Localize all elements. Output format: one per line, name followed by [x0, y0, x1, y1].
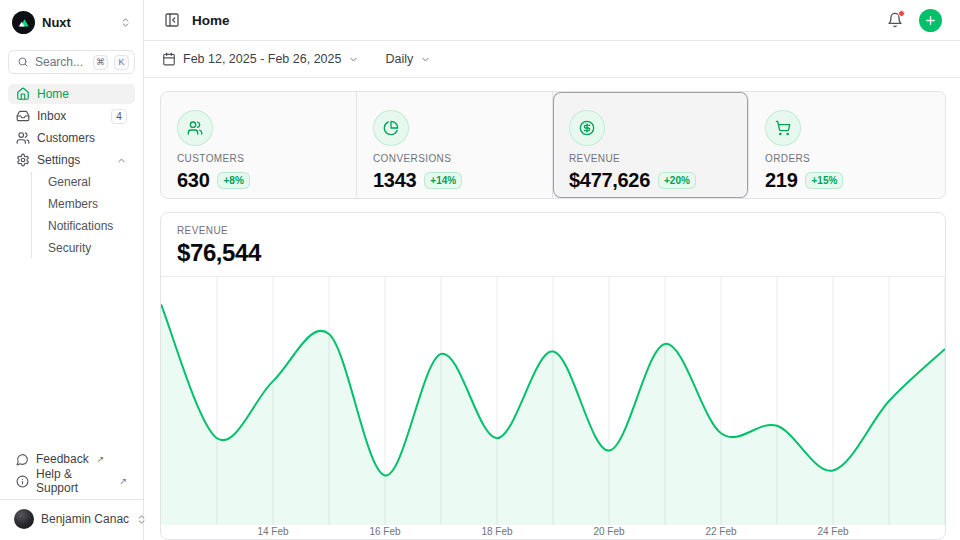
add-button[interactable]: [919, 9, 942, 32]
x-tick-label: 16 Feb: [369, 526, 400, 537]
kbd-k: K: [114, 55, 129, 70]
user-name: Benjamin Canac: [41, 512, 129, 526]
stat-label: CUSTOMERS: [177, 153, 340, 164]
sidebar-item-label: Notifications: [48, 219, 113, 233]
sidebar-item-label: Customers: [37, 131, 127, 145]
stat-card-conversions[interactable]: CONVERSIONS 1343 +14%: [357, 92, 553, 198]
sidebar-nav: Home Inbox 4 Customers Settings: [8, 84, 135, 449]
sidebar-item-general[interactable]: General: [44, 172, 135, 192]
sidebar-item-notifications[interactable]: Notifications: [44, 216, 135, 236]
x-tick-label: 24 Feb: [817, 526, 848, 537]
area-chart: [161, 277, 945, 525]
chart-metric-value: $76,544: [177, 239, 929, 267]
cart-icon: [765, 110, 801, 146]
revenue-chart-plot[interactable]: [161, 277, 945, 525]
workspace-name: Nuxt: [42, 15, 113, 30]
sidebar-item-inbox[interactable]: Inbox 4: [8, 106, 135, 126]
stat-label: ORDERS: [765, 153, 929, 164]
sidebar-item-label: General: [48, 175, 91, 189]
help-support-link[interactable]: Help & Support ↗: [8, 471, 135, 491]
stat-delta-badge: +15%: [805, 172, 843, 189]
workspace-switcher[interactable]: Nuxt: [8, 8, 135, 36]
x-axis: 14 Feb16 Feb18 Feb20 Feb22 Feb24 Feb: [161, 525, 945, 538]
search-input[interactable]: [35, 55, 87, 69]
chevron-up-icon: [116, 155, 127, 166]
sidebar-divider: [0, 499, 143, 500]
plus-icon: [924, 14, 937, 27]
app-root: Nuxt ⌘ K Home Inbo: [0, 0, 960, 540]
nuxt-logo-icon: [12, 11, 35, 34]
help-support-label: Help & Support: [36, 467, 111, 495]
date-range-label: Feb 12, 2025 - Feb 26, 2025: [183, 52, 341, 66]
x-tick-label: 22 Feb: [705, 526, 736, 537]
kbd-cmd: ⌘: [93, 55, 108, 70]
avatar: [14, 509, 34, 529]
search-bar[interactable]: ⌘ K: [8, 50, 135, 74]
sidebar-item-label: Members: [48, 197, 98, 211]
sidebar-item-customers[interactable]: Customers: [8, 128, 135, 148]
circle-dollar-icon: [569, 110, 605, 146]
search-icon: [17, 56, 29, 68]
users-icon: [16, 131, 30, 145]
stat-value: 219: [765, 169, 797, 192]
period-select[interactable]: Daily: [385, 52, 431, 66]
x-tick-label: 20 Feb: [593, 526, 624, 537]
x-tick-label: 18 Feb: [481, 526, 512, 537]
calendar-icon: [162, 52, 176, 66]
house-icon: [16, 87, 30, 101]
external-link-icon: ↗: [119, 476, 127, 486]
chart-metric-label: REVENUE: [177, 225, 929, 236]
sidebar-item-label: Settings: [37, 153, 109, 167]
sidebar: Nuxt ⌘ K Home Inbo: [0, 0, 144, 540]
sidebar-item-security[interactable]: Security: [44, 238, 135, 258]
pie-chart-icon: [373, 110, 409, 146]
sidebar-item-label: Security: [48, 241, 91, 255]
sidebar-footer: Feedback ↗ Help & Support ↗ Benjamin Can…: [8, 449, 135, 532]
date-range-picker[interactable]: Feb 12, 2025 - Feb 26, 2025: [162, 52, 359, 66]
chevron-down-icon: [420, 54, 431, 65]
sidebar-item-settings[interactable]: Settings: [8, 150, 135, 170]
info-icon: [16, 475, 29, 488]
page-header: Home: [144, 0, 960, 41]
filters-toolbar: Feb 12, 2025 - Feb 26, 2025 Daily: [144, 41, 960, 78]
sidebar-item-members[interactable]: Members: [44, 194, 135, 214]
stat-label: REVENUE: [569, 153, 732, 164]
feedback-link[interactable]: Feedback ↗: [8, 449, 135, 469]
stat-card-revenue[interactable]: REVENUE $477,626 +20%: [553, 92, 749, 198]
chevrons-up-down-icon: [120, 17, 131, 28]
stat-delta-badge: +20%: [658, 172, 696, 189]
external-link-icon: ↗: [97, 454, 105, 464]
x-tick-label: 14 Feb: [257, 526, 288, 537]
revenue-chart-card: REVENUE $76,544 14 Feb16 Feb18 Feb20 Feb…: [160, 212, 946, 540]
chart-header: REVENUE $76,544: [161, 213, 945, 277]
period-label: Daily: [385, 52, 413, 66]
users-icon: [177, 110, 213, 146]
panel-left-close-icon: [164, 12, 180, 28]
stats-cards: CUSTOMERS 630 +8% CONVERSIONS 1343 +14%: [160, 91, 946, 199]
stat-delta-badge: +8%: [217, 172, 249, 189]
stat-card-orders[interactable]: ORDERS 219 +15%: [749, 92, 945, 198]
page-title: Home: [192, 13, 875, 28]
settings-subnav: General Members Notifications Security: [31, 172, 135, 258]
main-area: Home Feb 12, 2025 - Feb 26, 2025 Daily: [144, 0, 960, 540]
sidebar-collapse-button[interactable]: [162, 10, 182, 30]
stat-delta-badge: +14%: [424, 172, 462, 189]
stat-value: 630: [177, 169, 209, 192]
sidebar-item-home[interactable]: Home: [8, 84, 135, 104]
notification-dot: [898, 10, 905, 17]
sidebar-item-label: Inbox: [37, 109, 104, 123]
user-menu[interactable]: Benjamin Canac: [8, 506, 135, 532]
stat-card-customers[interactable]: CUSTOMERS 630 +8%: [161, 92, 357, 198]
gear-icon: [16, 153, 30, 167]
inbox-count-badge: 4: [111, 109, 127, 124]
notifications-button[interactable]: [885, 10, 905, 30]
sidebar-item-label: Home: [37, 87, 127, 101]
dashboard-content: CUSTOMERS 630 +8% CONVERSIONS 1343 +14%: [144, 78, 960, 540]
feedback-label: Feedback: [36, 452, 89, 466]
stat-value: 1343: [373, 169, 416, 192]
stat-label: CONVERSIONS: [373, 153, 536, 164]
message-circle-icon: [16, 453, 29, 466]
stat-value: $477,626: [569, 169, 650, 192]
inbox-icon: [16, 109, 30, 123]
chevron-down-icon: [348, 54, 359, 65]
